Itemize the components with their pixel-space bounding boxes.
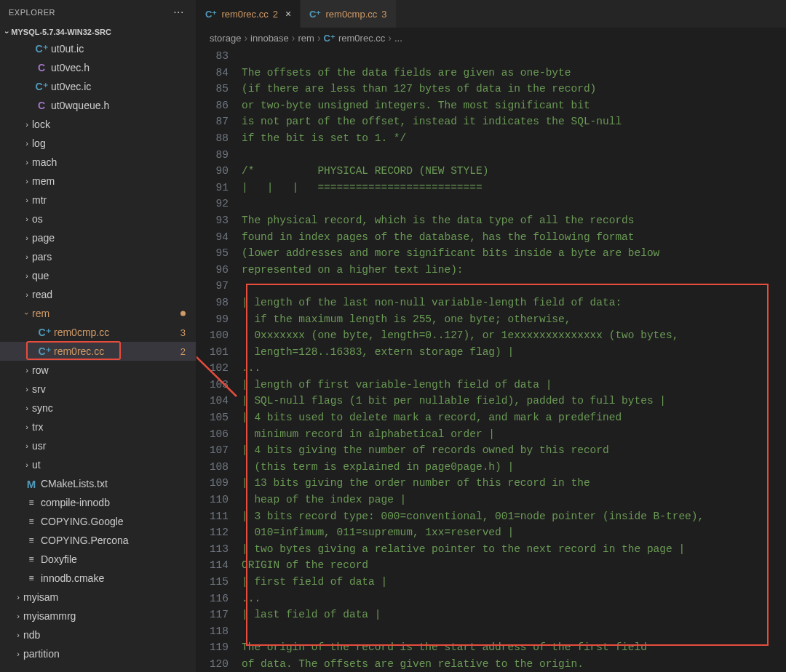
tree-label: page: [32, 232, 196, 244]
project-header[interactable]: › MYSQL-5.7.34-WIN32-SRC: [0, 25, 196, 39]
code-line[interactable]: | first field of data |: [242, 574, 786, 591]
breadcrumb-item[interactable]: rem: [298, 33, 314, 44]
code-line[interactable]: | last field of data |: [242, 607, 786, 623]
line-number: 107: [196, 442, 229, 459]
chevron-right-icon: ›: [22, 290, 32, 299]
code-line[interactable]: heap of the index page |: [242, 492, 786, 508]
tree-folder[interactable]: ›myisammrg: [0, 607, 196, 625]
code-line[interactable]: found in index pages of the database, ha…: [242, 229, 786, 246]
code-area[interactable]: 8384858687888990919293949596979899100101…: [196, 48, 786, 672]
code-line[interactable]: of data. The offsets are given relative …: [242, 656, 786, 672]
tree-folder[interactable]: ›ndb: [0, 625, 196, 644]
line-number: 111: [196, 508, 229, 525]
tree-file[interactable]: ≡innodb.cmake: [0, 569, 196, 588]
code-line[interactable]: The origin of the record is the start ad…: [242, 639, 786, 656]
file-tree[interactable]: C⁺ut0ut.icCut0vec.hC⁺ut0vec.icCut0wqueue…: [0, 39, 196, 672]
code-line[interactable]: or two-byte unsigned integers. The most …: [242, 97, 786, 114]
line-number: 118: [196, 623, 229, 640]
tree-file[interactable]: C⁺rem0cmp.cc3: [0, 323, 196, 342]
tree-folder[interactable]: ›row: [0, 361, 196, 380]
tree-folder[interactable]: ›read: [0, 285, 196, 304]
tree-folder[interactable]: ›sync: [0, 399, 196, 417]
code-line[interactable]: | 4 bits used to delete mark a record, a…: [242, 409, 786, 426]
code-line[interactable]: 0xxxxxxx (one byte, length=0..127), or 1…: [242, 327, 786, 344]
tree-label: innodb.cmake: [41, 572, 196, 584]
close-icon[interactable]: ×: [285, 8, 291, 20]
tree-folder[interactable]: ›mem: [0, 172, 196, 191]
tree-label: pars: [32, 251, 196, 263]
code-line[interactable]: (lower addresses and more significant bi…: [242, 245, 786, 262]
code-line[interactable]: | | | ==========================: [242, 180, 786, 196]
chevron-right-icon: ›: [22, 120, 32, 129]
editor-tab[interactable]: C⁺rem0rec.cc2×: [196, 0, 301, 28]
code-line[interactable]: [242, 278, 786, 295]
tree-folder[interactable]: ›lock: [0, 115, 196, 134]
code-line[interactable]: if the bit is set to 1. */: [242, 130, 786, 147]
file-type-icon: C⁺: [205, 9, 217, 20]
tree-label: sync: [32, 402, 196, 414]
code-line[interactable]: The offsets of the data fields are given…: [242, 65, 786, 81]
code-line[interactable]: [242, 48, 786, 65]
tree-folder[interactable]: ›srv: [0, 380, 196, 399]
tree-file[interactable]: ≡Doxyfile: [0, 550, 196, 569]
code-content[interactable]: The offsets of the data fields are given…: [242, 48, 786, 672]
code-line[interactable]: | two bytes giving a relative pointer to…: [242, 541, 786, 558]
tree-folder[interactable]: ›page: [0, 228, 196, 247]
breadcrumb-item[interactable]: C⁺rem0rec.cc: [324, 33, 386, 44]
tree-folder[interactable]: ›partition: [0, 644, 196, 663]
code-line[interactable]: is not part of the offset, instead it in…: [242, 113, 786, 130]
code-line[interactable]: ORIGIN of the record: [242, 557, 786, 574]
code-line[interactable]: /* PHYSICAL RECORD (NEW STYLE): [242, 163, 786, 180]
code-line[interactable]: (if there are less than 127 bytes of dat…: [242, 81, 786, 97]
tree-folder[interactable]: ›mtr: [0, 191, 196, 209]
code-line[interactable]: | 3 bits record type: 000=conventional, …: [242, 508, 786, 525]
tree-file[interactable]: ≡compile-innodb: [0, 493, 196, 512]
breadcrumb-item[interactable]: storage: [210, 33, 241, 44]
tree-file[interactable]: ≡COPYING.Percona: [0, 531, 196, 550]
code-line[interactable]: [242, 623, 786, 640]
explorer-more-icon[interactable]: ···: [170, 6, 187, 19]
tree-folder[interactable]: ›rem: [0, 304, 196, 323]
tree-folder[interactable]: ›ut: [0, 455, 196, 474]
code-line[interactable]: | SQL-null flags (1 bit per nullable fie…: [242, 393, 786, 409]
tree-folder[interactable]: ›usr: [0, 436, 196, 455]
tree-folder[interactable]: ›log: [0, 134, 196, 153]
tree-folder[interactable]: ›trx: [0, 417, 196, 436]
code-line[interactable]: | 13 bits giving the order number of thi…: [242, 475, 786, 492]
tree-file[interactable]: C⁺ut0ut.ic: [0, 39, 196, 58]
tree-label: compile-innodb: [41, 497, 196, 508]
tree-file[interactable]: MCMakeLists.txt: [0, 474, 196, 493]
tree-file[interactable]: Cut0wqueue.h: [0, 96, 196, 115]
tree-label: row: [32, 364, 196, 376]
code-line[interactable]: [242, 147, 786, 164]
code-line[interactable]: | length of first variable-length field …: [242, 377, 786, 393]
tree-label: ut0ut.ic: [51, 43, 196, 55]
tree-folder[interactable]: ›pars: [0, 247, 196, 266]
code-line[interactable]: length=128..16383, extern storage flag) …: [242, 344, 786, 361]
breadcrumb-item[interactable]: innobase: [250, 33, 289, 44]
tree-file[interactable]: C⁺ut0vec.ic: [0, 77, 196, 96]
code-line[interactable]: 010=infimum, 011=supremum, 1xx=reserved …: [242, 524, 786, 541]
line-number: 101: [196, 344, 229, 361]
editor-area: C⁺rem0rec.cc2×C⁺rem0cmp.cc3 storage›inno…: [196, 0, 786, 672]
code-line[interactable]: | 4 bits giving the number of records ow…: [242, 442, 786, 459]
code-line[interactable]: if the maximum length is 255, one byte; …: [242, 311, 786, 328]
code-line[interactable]: | length of the last non-null variable-l…: [242, 295, 786, 311]
code-line[interactable]: The physical record, which is the data t…: [242, 212, 786, 229]
tree-folder[interactable]: ›myisam: [0, 588, 196, 607]
code-line[interactable]: minimum record in alphabetical order |: [242, 426, 786, 443]
tree-file[interactable]: C⁺rem0rec.cc2: [0, 342, 196, 361]
tree-folder[interactable]: ›que: [0, 266, 196, 285]
tree-folder[interactable]: ›mach: [0, 153, 196, 172]
breadcrumb-item[interactable]: ...: [394, 33, 402, 44]
code-line[interactable]: ...: [242, 360, 786, 377]
code-line[interactable]: ...: [242, 591, 786, 607]
code-line[interactable]: (this term is explained in page0page.h) …: [242, 459, 786, 476]
tree-file[interactable]: Cut0vec.h: [0, 58, 196, 77]
code-line[interactable]: [242, 196, 786, 212]
tree-file[interactable]: ≡COPYING.Google: [0, 512, 196, 531]
file-type-icon: C: [35, 62, 48, 73]
editor-tab[interactable]: C⁺rem0cmp.cc3: [301, 0, 396, 28]
code-line[interactable]: represented on a higher text line):: [242, 262, 786, 279]
tree-folder[interactable]: ›os: [0, 209, 196, 228]
